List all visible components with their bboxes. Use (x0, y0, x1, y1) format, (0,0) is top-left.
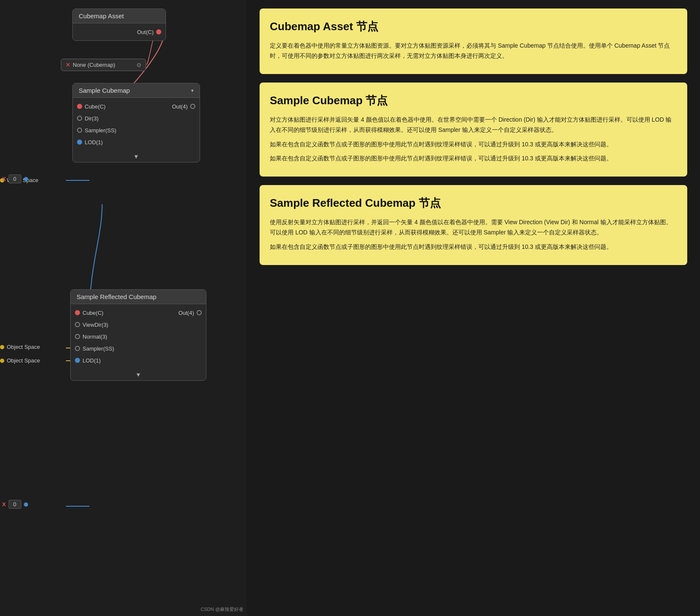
cubemap-asset-header: Cubemap Asset (73, 9, 166, 23)
x-input-first: X 0 (2, 174, 28, 183)
none-x-icon: ✕ (66, 62, 70, 68)
reflected-cube-label: Cube(C) (83, 310, 103, 316)
reflected-cube-row: Cube(C) Out(4) (71, 307, 206, 319)
cubemap-asset-node[interactable]: Cubemap Asset Out(C) (72, 9, 166, 41)
reflected-normal-dot[interactable] (75, 334, 80, 339)
x-input-dot-1[interactable] (24, 177, 28, 181)
reflected-lod-row: LOD(1) (71, 354, 206, 366)
none-cubemap-target-icon: ⊙ (137, 62, 141, 68)
sample-cubemap-node[interactable]: Sample Cubemap ▾ Cube(C) Out(4) Dir(3) (72, 83, 200, 163)
object-space-text-2: Object Space (7, 357, 40, 364)
sample-cubemap-sampler-dot[interactable] (77, 128, 82, 133)
reflected-out-dot[interactable] (197, 310, 202, 315)
sample-reflected-info-panel: Sample Reflected Cubemap 节点 使用反射矢量对立方体贴图… (260, 185, 687, 265)
cubemap-asset-out-dot[interactable] (156, 29, 161, 34)
x-letter-2: X (2, 501, 6, 508)
reflected-viewdir-row: ViewDir(3) (71, 319, 206, 331)
sample-cubemap-dir-dot[interactable] (77, 116, 82, 121)
sample-reflected-node[interactable]: Sample Reflected Cubemap Cube(C) Out(4) … (70, 289, 206, 381)
reflected-lod-label: LOD(1) (83, 357, 101, 364)
reflected-viewdir-label: ViewDir(3) (83, 322, 108, 328)
reflected-sampler-label: Sampler(SS) (83, 345, 114, 352)
sample-cubemap-title: Sample Cubemap (79, 87, 130, 94)
sample-cubemap-info-p1: 对立方体贴图进行采样并返回矢量 4 颜色值以在着色器中使用。在世界空间中需要一个… (270, 115, 677, 135)
cubemap-asset-out-row: Out(C) (73, 26, 166, 38)
sample-cubemap-body: Cube(C) Out(4) Dir(3) Sampler(SS) (73, 98, 200, 151)
sample-cubemap-header: Sample Cubemap ▾ (73, 83, 200, 98)
cubemap-asset-info-panel: Cubemap Asset 节点 定义要在着色器中使用的常量立方体贴图资源。要对… (260, 9, 687, 74)
sample-reflected-info-p1: 使用反射矢量对立方体贴图进行采样，并返回一个矢量 4 颜色值以在着色器中使用。需… (270, 217, 677, 238)
reflected-sampler-dot[interactable] (75, 346, 80, 351)
sample-cubemap-out-dot[interactable] (190, 104, 195, 109)
node-canvas: Cubemap Asset Out(C) ✕ None (Cubemap) ⊙ … (0, 0, 247, 616)
reflected-cube-dot[interactable] (75, 310, 80, 315)
reflected-chevron: ▾ (137, 371, 140, 379)
sample-cubemap-dir-row: Dir(3) (73, 112, 200, 124)
sample-reflected-title: Sample Reflected Cubemap (77, 293, 157, 300)
cubemap-asset-body: Out(C) (73, 23, 166, 40)
sample-cubemap-info-p3: 如果在包含自定义函数节点或子图形的图形中使用此节点时遇到纹理采样错误，可以通过升… (270, 154, 677, 164)
x-letter-1: X (2, 176, 6, 182)
x-input-second: X 0 (2, 500, 28, 509)
reflected-out-label: Out(4) (178, 310, 194, 316)
x-input-dot-2[interactable] (24, 502, 28, 507)
sample-cubemap-info-panel: Sample Cubemap 节点 对立方体贴图进行采样并返回矢量 4 颜色值以… (260, 83, 687, 177)
cubemap-none-input[interactable]: ✕ None (Cubemap) ⊙ (61, 59, 146, 71)
sample-cubemap-out-label: Out(4) (172, 103, 188, 110)
object-space-dot-2 (0, 359, 4, 363)
reflected-normal-row: Normal(3) (71, 331, 206, 342)
sample-cubemap-dir-label: Dir(3) (85, 115, 99, 122)
sample-cubemap-cube-row: Cube(C) Out(4) (73, 100, 200, 112)
reflected-lod-dot[interactable] (75, 358, 80, 363)
sample-cubemap-info-p2: 如果在包含自定义函数节点或子图形的图形中使用此节点时遇到纹理采样错误，可以通过升… (270, 140, 677, 150)
sample-reflected-header: Sample Reflected Cubemap (71, 290, 206, 304)
watermark: CSDN @麻辣爱好者 (201, 606, 243, 613)
x-value-2[interactable]: 0 (9, 500, 21, 509)
object-space-label-1: Object Space (0, 344, 40, 350)
sample-cubemap-lod-dot[interactable] (77, 140, 82, 145)
sample-cubemap-sampler-row: Sampler(SS) (73, 124, 200, 136)
sample-cubemap-lod-label: LOD(1) (85, 139, 103, 145)
sample-cubemap-info-title: Sample Cubemap 节点 (270, 91, 677, 110)
object-space-label-2: Object Space (0, 357, 40, 364)
cubemap-asset-info-p1: 定义要在着色器中使用的常量立方体贴图资源。要对立方体贴图资源采样，必须将其与 S… (270, 41, 677, 61)
cubemap-asset-info-title: Cubemap Asset 节点 (270, 17, 677, 36)
sample-cubemap-chevron: ▾ (191, 88, 194, 94)
object-space-text-1: Object Space (7, 344, 40, 350)
reflected-normal-label: Normal(3) (83, 334, 107, 340)
sample-reflected-info-p2: 如果在包含自定义函数节点或子图形的图形中使用此节点时遇到纹理采样错误，可以通过升… (270, 242, 677, 252)
object-space-dot-1 (0, 345, 4, 349)
cubemap-asset-out-port: Out(C) (137, 29, 161, 35)
reflected-sampler-row: Sampler(SS) (71, 342, 206, 354)
sample-cubemap-sampler-label: Sampler(SS) (85, 127, 116, 134)
reflected-viewdir-dot[interactable] (75, 322, 80, 327)
cubemap-asset-out-label: Out(C) (137, 29, 154, 35)
none-cubemap-label: None (Cubemap) (73, 62, 115, 68)
info-panels-container: Cubemap Asset 节点 定义要在着色器中使用的常量立方体贴图资源。要对… (247, 0, 700, 616)
sample-reflected-body: Cube(C) Out(4) ViewDir(3) Normal(3) (71, 304, 206, 369)
sample-cubemap-chevron-bottom: ▾ (134, 152, 138, 160)
sample-cubemap-footer: ▾ (73, 151, 200, 162)
sample-cubemap-lod-row: LOD(1) (73, 136, 200, 148)
reflected-footer: ▾ (71, 369, 206, 380)
sample-cubemap-cube-label: Cube(C) (85, 103, 106, 110)
sample-cubemap-cube-dot[interactable] (77, 104, 82, 109)
x-value-1[interactable]: 0 (9, 174, 21, 183)
sample-reflected-info-title: Sample Reflected Cubemap 节点 (270, 194, 677, 212)
cubemap-asset-title: Cubemap Asset (79, 12, 124, 20)
